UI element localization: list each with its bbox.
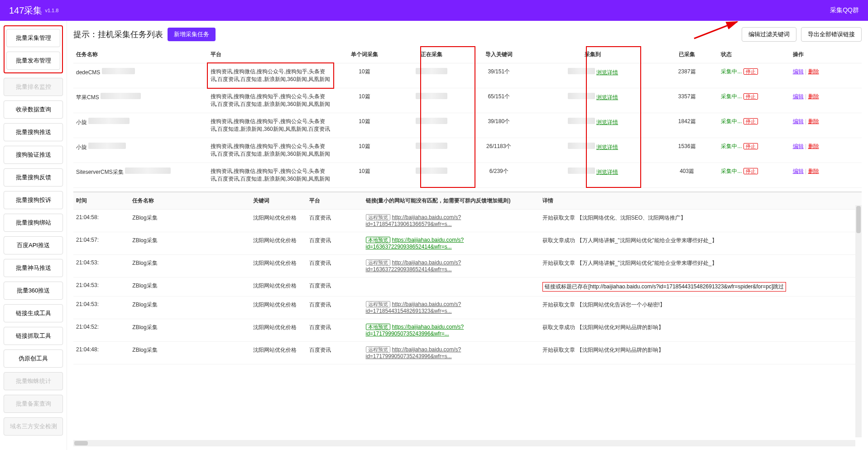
sidebar-item-8[interactable]: 批量神马推送 bbox=[4, 259, 63, 277]
view-detail-link[interactable]: 浏览详情 bbox=[596, 119, 618, 125]
log-link-cell: 本地预览https://baijiahao.baidu.com/s?id=163… bbox=[363, 232, 540, 255]
sidebar-item-5[interactable]: 批量搜狗投诉 bbox=[4, 191, 63, 209]
task-single-cell: 10篇 bbox=[333, 88, 396, 113]
delete-link[interactable]: 删除 bbox=[808, 118, 819, 124]
view-detail-link[interactable]: 浏览详情 bbox=[596, 144, 618, 150]
log-detail-cell: 开始获取文章 【沈阳网站优化对网站品牌的影响】 bbox=[540, 342, 862, 364]
task-platform-cell: 搜狗资讯,搜狗微信,搜狗公众号,搜狗知乎,头条资讯,百度资讯,百度知道,新浪新闻… bbox=[208, 63, 333, 88]
log-panel: 时间任务名称关键词平台链接(量小的网站可能没有匹配，如需要可群内反馈增加规则)详… bbox=[73, 191, 862, 446]
log-detail-cell: 开始获取文章 【万人网络讲解_"沈阳网站优化"能给企业带来哪些好处_】 bbox=[540, 255, 862, 278]
task-collected-cell: 3357篇 bbox=[656, 88, 718, 113]
view-detail-link[interactable]: 浏览详情 bbox=[596, 169, 618, 175]
local-preview-badge[interactable]: 本地预览 bbox=[366, 324, 390, 330]
view-detail-link[interactable]: 浏览详情 bbox=[596, 94, 618, 101]
edit-link[interactable]: 编辑 bbox=[793, 68, 804, 75]
task-single-cell: 10篇 bbox=[333, 113, 396, 138]
log-kw-cell: 沈阳网站优化价格 bbox=[250, 255, 307, 278]
task-status-cell: 采集中...停止 bbox=[718, 163, 790, 188]
task-collecting-cell bbox=[396, 138, 467, 163]
task-row: SiteserverCMS采集 搜狗资讯,搜狗微信,搜狗知乎,搜狗公众号,头条资… bbox=[73, 163, 862, 188]
task-th-0: 任务名称 bbox=[73, 46, 208, 63]
task-table-wrap: 任务名称平台单个词采集正在采集导入关键词采集到已采集状态操作 dedeCMS 搜… bbox=[73, 46, 862, 188]
log-scrollbar-vertical[interactable] bbox=[855, 205, 862, 437]
log-task-cell: ZBlog采集 bbox=[129, 342, 250, 364]
edit-link[interactable]: 编辑 bbox=[793, 168, 804, 174]
sidebar-item-collect-manage[interactable]: 批量采集管理 bbox=[6, 29, 60, 47]
log-plat-cell: 百度资讯 bbox=[307, 210, 363, 232]
log-task-cell: ZBlog采集 bbox=[129, 278, 250, 297]
task-row: 小旋 搜狗资讯,搜狗微信,搜狗知乎,搜狗公众号,头条资讯,百度资讯,百度知道,新… bbox=[73, 138, 862, 163]
sidebar-item-12[interactable]: 伪原创工具 bbox=[4, 349, 63, 368]
delete-link[interactable]: 删除 bbox=[808, 93, 819, 100]
stop-button[interactable]: 停止 bbox=[743, 143, 758, 149]
delete-link[interactable]: 删除 bbox=[808, 143, 819, 149]
log-scrollbar-horizontal[interactable] bbox=[73, 440, 855, 446]
stop-button[interactable]: 停止 bbox=[743, 168, 758, 174]
edit-filter-keywords-button[interactable]: 编辑过滤关键词 bbox=[742, 27, 796, 42]
log-plat-cell: 百度资讯 bbox=[307, 297, 363, 319]
log-kw-cell: 沈阳网站优化价格 bbox=[250, 210, 307, 232]
sidebar-item-11[interactable]: 链接抓取工具 bbox=[4, 327, 63, 345]
stop-button[interactable]: 停止 bbox=[743, 93, 758, 100]
task-collectto-cell: 浏览详情 bbox=[530, 163, 656, 188]
edit-link[interactable]: 编辑 bbox=[793, 93, 804, 100]
task-row: dedeCMS 搜狗资讯,搜狗微信,搜狗公众号,搜狗知乎,头条资讯,百度资讯,百… bbox=[73, 63, 862, 88]
title-bar: 提示：挂机采集任务列表 新增采集任务 编辑过滤关键词 导出全部错误链接 bbox=[73, 24, 862, 46]
log-detail-cell: 获取文章成功 【沈阳网站优化对网站品牌的影响】 bbox=[540, 319, 862, 342]
sidebar-item-1[interactable]: 收录数据查询 bbox=[4, 101, 63, 119]
task-ops-cell: 编辑 | 删除 bbox=[790, 163, 862, 188]
svg-line-0 bbox=[694, 22, 737, 38]
task-single-cell: 10篇 bbox=[333, 63, 396, 88]
log-time-cell: 21:04:48: bbox=[73, 342, 129, 364]
task-collecting-cell bbox=[396, 113, 467, 138]
edit-link[interactable]: 编辑 bbox=[793, 143, 804, 149]
local-preview-badge[interactable]: 本地预览 bbox=[366, 237, 390, 243]
sidebar-item-2[interactable]: 批量搜狗推送 bbox=[4, 123, 63, 141]
sidebar-item-6[interactable]: 批量搜狗绑站 bbox=[4, 214, 63, 232]
log-detail-cell: 链接或标题已存在[http://baijiahao.baidu.com/s?id… bbox=[540, 278, 862, 297]
export-error-links-button[interactable]: 导出全部错误链接 bbox=[801, 27, 862, 42]
sidebar-item-9[interactable]: 批量360推送 bbox=[4, 282, 63, 300]
sidebar-item-15: 域名三方安全检测 bbox=[4, 417, 63, 436]
log-link-cell: 远程预览http://baijiahao.baidu.com/s?id=1718… bbox=[363, 210, 540, 232]
log-time-cell: 21:04:58: bbox=[73, 210, 129, 232]
task-collected-cell: 403篇 bbox=[656, 163, 718, 188]
task-name-cell: SiteserverCMS采集 bbox=[73, 163, 208, 188]
version-label: v1.1.8 bbox=[45, 8, 58, 13]
new-task-button[interactable]: 新增采集任务 bbox=[168, 28, 216, 41]
log-th-1: 任务名称 bbox=[129, 192, 250, 210]
delete-link[interactable]: 删除 bbox=[808, 168, 819, 174]
sidebar-item-7[interactable]: 百度API推送 bbox=[4, 236, 63, 254]
log-plat-cell: 百度资讯 bbox=[307, 232, 363, 255]
remote-preview-badge[interactable]: 远程预览 bbox=[366, 346, 390, 353]
task-collectto-cell: 浏览详情 bbox=[530, 113, 656, 138]
remote-preview-badge[interactable]: 远程预览 bbox=[366, 259, 390, 266]
sidebar-item-3[interactable]: 搜狗验证推送 bbox=[4, 146, 63, 164]
log-th-4: 链接(量小的网站可能没有匹配，如需要可群内反馈增加规则) bbox=[363, 192, 540, 210]
remote-preview-badge[interactable]: 远程预览 bbox=[366, 301, 390, 307]
sidebar-item-13: 批量蜘蛛统计 bbox=[4, 372, 63, 390]
qq-group-link[interactable]: 采集QQ群 bbox=[830, 6, 859, 14]
log-time-cell: 21:04:57: bbox=[73, 232, 129, 255]
remote-preview-badge[interactable]: 远程预览 bbox=[366, 214, 390, 220]
edit-link[interactable]: 编辑 bbox=[793, 118, 804, 124]
log-th-0: 时间 bbox=[73, 192, 129, 210]
delete-link[interactable]: 删除 bbox=[808, 68, 819, 75]
sidebar-item-publish-manage[interactable]: 批量发布管理 bbox=[6, 52, 60, 70]
view-detail-link[interactable]: 浏览详情 bbox=[596, 69, 618, 76]
log-detail-cell: 开始获取文章 【沈阳网络优化、沈阳SEO、沈阳网络推广】 bbox=[540, 210, 862, 232]
stop-button[interactable]: 停止 bbox=[743, 118, 758, 124]
task-name-cell: 小旋 bbox=[73, 113, 208, 138]
log-task-cell: ZBlog采集 bbox=[129, 319, 250, 342]
log-kw-cell: 沈阳网站优化价格 bbox=[250, 232, 307, 255]
stop-button[interactable]: 停止 bbox=[743, 68, 758, 75]
log-time-cell: 21:04:53: bbox=[73, 278, 129, 297]
task-th-2: 单个词采集 bbox=[333, 46, 396, 63]
log-link-cell bbox=[363, 278, 540, 297]
sidebar-item-4[interactable]: 批量搜狗反馈 bbox=[4, 168, 63, 187]
log-table: 时间任务名称关键词平台链接(量小的网站可能没有匹配，如需要可群内反馈增加规则)详… bbox=[73, 192, 862, 364]
sidebar-item-0: 批量排名监控 bbox=[4, 78, 63, 96]
task-status-cell: 采集中...停止 bbox=[718, 113, 790, 138]
log-task-cell: ZBlog采集 bbox=[129, 232, 250, 255]
sidebar-item-10[interactable]: 链接生成工具 bbox=[4, 304, 63, 322]
